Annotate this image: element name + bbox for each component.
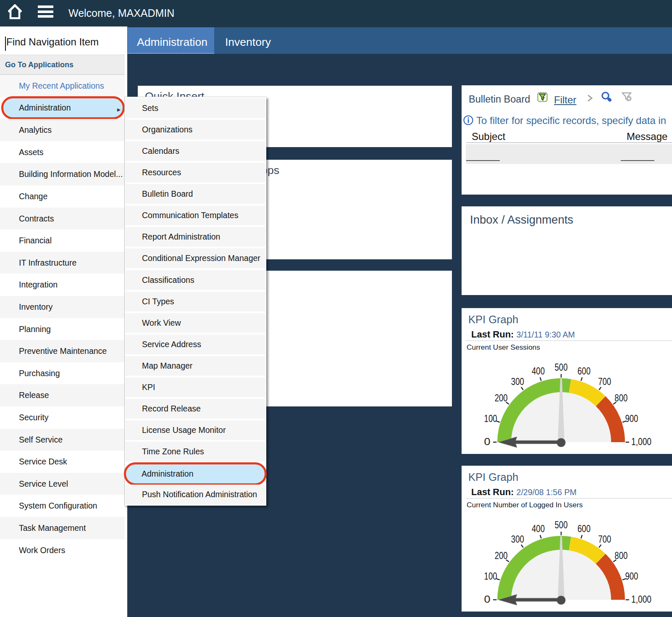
- svg-text:200: 200: [495, 550, 508, 561]
- svg-text:700: 700: [598, 533, 611, 545]
- svg-text:800: 800: [614, 392, 627, 403]
- svg-text:500: 500: [555, 519, 568, 530]
- svg-text:300: 300: [511, 533, 524, 545]
- svg-text:100: 100: [484, 570, 497, 582]
- svg-text:0: 0: [484, 436, 491, 447]
- svg-text:600: 600: [578, 523, 591, 534]
- svg-text:800: 800: [614, 550, 627, 561]
- svg-text:400: 400: [532, 365, 545, 376]
- svg-text:500: 500: [555, 361, 568, 372]
- svg-text:600: 600: [578, 365, 591, 376]
- svg-text:200: 200: [495, 392, 508, 403]
- svg-text:300: 300: [511, 375, 524, 387]
- svg-text:400: 400: [532, 523, 545, 534]
- svg-text:700: 700: [598, 375, 611, 387]
- svg-text:100: 100: [484, 412, 497, 424]
- svg-text:0: 0: [484, 593, 491, 605]
- svg-text:1,000: 1,000: [631, 593, 651, 605]
- svg-text:900: 900: [625, 412, 638, 424]
- svg-text:900: 900: [625, 570, 638, 582]
- svg-text:1,000: 1,000: [631, 436, 651, 447]
